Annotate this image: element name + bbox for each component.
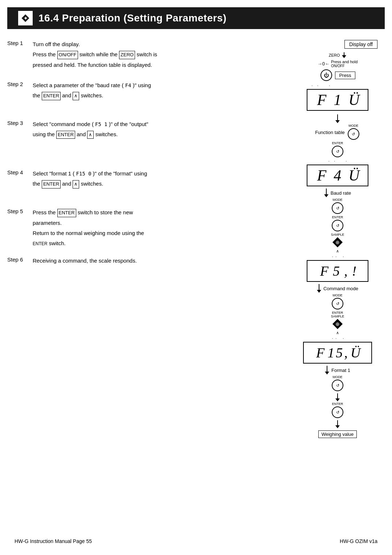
enter-kbd-2: ENTER [42,92,61,100]
step-6-line-1: Receiving a command, the scale responds. [33,256,279,265]
step-1-line-3: pressed and held. The function table is … [33,61,279,69]
mode-btn-4[interactable]: ↺ [332,380,343,391]
enter-label-2: ENTER [332,215,343,219]
page-footer: HW-G Instruction Manual Page 55 HW-G OZI… [0,538,392,544]
step-5-line-2: parameters. [33,219,279,227]
footer-right: HW-G OZIM v1a [340,538,377,544]
onoff-label: ON/OFF [331,64,345,68]
step-1-row: Step 1 Turn off the display. Press the O… [7,40,279,71]
up-kbd-2: ∧ [73,92,79,100]
display-off-label: Display off [344,40,377,49]
step-5-row: Step 5 Press the ENTER switch to store t… [7,208,279,249]
sample-label-2: SAMPLE [331,233,344,236]
power-icon: ⏻ [320,69,332,81]
mode-label-4: MODE [333,375,343,379]
step-1-line-1: Turn off the display. [33,40,279,49]
enter-kbd-4: ENTER [42,180,61,189]
up-kbd-3: ∧ [87,131,94,139]
mode-label-2: MODE [333,198,343,202]
step-4-content: Select "format 1 ( F15 0 )" of the "form… [33,169,279,190]
step-3-label: Step 3 [7,120,33,126]
step-4-line-1: Select "format 1 ( F15 0 )" of the "form… [33,169,279,178]
arrow-to-weighing [335,420,340,428]
step-3-line-2: using the ENTER and ∧ switches. [33,130,279,139]
step-6-content: Receiving a command, the scale responds. [33,256,279,267]
diag-section-1: Display off ZERO →0← Press and hold ON [290,40,385,159]
enter-btn-1[interactable]: ↺ [332,146,343,157]
step-2-line-1: Select a parameter of the "baud rate ( F… [33,81,279,90]
enter-sample-label-3: ENTERSAMPLE [331,311,344,318]
diag-section-2: '' ' F 4 Ü Baud rate MODE ↺ ENTE [290,160,385,254]
mode-btn-3[interactable]: ↺ [332,298,343,309]
footer-left: HW-G Instruction Manual Page 55 [15,538,92,544]
arrow-to-enter [335,393,340,401]
arrow-to-cmd [317,284,321,293]
svg-text:✦: ✦ [24,16,28,21]
step-4-line-2: the ENTER and ∧ switches. [33,179,279,189]
lcd-display-2: F 4 Ü [307,165,368,186]
step-5-label: Step 5 [7,208,33,214]
arrow-to-format [325,366,329,374]
step-3-line-1: Select "command mode ( F5 1 )" of the "o… [33,120,279,129]
up-kbd-4: ∧ [73,180,79,189]
lcd-display-3: F 5 , ! [307,260,368,282]
step-2-label: Step 2 [7,81,33,87]
press-hold-label: Press and hold [331,60,358,64]
arrow-1 [342,52,346,58]
step-5-content: Press the ENTER switch to store the new … [33,208,279,249]
mode-btn-2[interactable]: ↺ [332,202,343,214]
mode-btn-1[interactable]: ↺ [348,128,359,140]
mode-label-3: MODE [333,293,343,297]
enter-label-4: ENTER [332,402,343,406]
arrow-to-baud [324,189,328,197]
step-6-label: Step 6 [7,256,33,263]
enter-btn-4[interactable]: ↺ [332,406,343,418]
enter-label-1: ENTER [332,141,343,145]
diag-section-4: '' ' F 15, Ü Format 1 MODE ↺ [290,337,385,438]
enter-kbd-3: ENTER [56,131,75,139]
step-2-line-2: the ENTER and ∧ switches. [33,91,279,100]
page-title: 16.4 Preparation (Setting Parameters) [38,12,226,24]
arrow-to-function [335,114,340,123]
enter-btn-2[interactable]: ↺ [332,220,343,231]
lcd-display-1: F 1 Ü [307,89,368,111]
weighing-value-label: Weighing value [318,430,357,438]
diagram-column: Display off ZERO →0← Press and hold ON [290,40,385,439]
diag-section-3: '' ' F 5 , ! Command mode MODE ↺ [290,256,385,336]
step-2-row: Step 2 Select a parameter of the "baud r… [7,81,279,102]
enter-kbd-5: ENTER [57,209,76,217]
zero-text: ZERO [329,53,340,57]
header-icon: ✦ [18,11,33,25]
sample-btn-3[interactable]: ⊕ [332,319,343,329]
steps-column: Step 1 Turn off the display. Press the O… [7,40,290,439]
format1-label: Format 1 [331,368,350,373]
step-4-row: Step 4 Select "format 1 ( F15 0 )" of th… [7,169,279,190]
main-content: Step 1 Turn off the display. Press the O… [0,29,392,447]
zero-kbd: ZERO [119,51,135,59]
command-mode-label: Command mode [323,286,358,291]
sample-btn-2[interactable]: ⊕ [332,237,343,247]
function-table-label: Function table [315,130,345,135]
onoff-kbd: ON/OFF [57,51,78,59]
baud-rate-label: Baud rate [331,190,351,196]
mode-label-1: MODE [348,124,358,127]
press-label: Press [335,72,355,79]
arrow-right-sym: →0← [318,61,330,66]
page-header: ✦ 16.4 Preparation (Setting Parameters) [7,7,385,29]
step-3-row: Step 3 Select "command mode ( F5 1 )" of… [7,120,279,141]
step-2-content: Select a parameter of the "baud rate ( F… [33,81,279,102]
step-5-line-4: ENTER switch. [33,239,279,248]
step-5-line-1: Press the ENTER switch to store the new [33,208,279,217]
step-1-content: Turn off the display. Press the ON/OFF s… [33,40,279,71]
step-1-line-2: Press the ON/OFF switch while the ZERO s… [33,50,279,59]
step-3-content: Select "command mode ( F5 1 )" of the "o… [33,120,279,141]
step-1-label: Step 1 [7,40,33,46]
step-5-line-3: Return to the normal weighing mode using… [33,229,279,238]
step-4-label: Step 4 [7,169,33,175]
step-6-row: Step 6 Receiving a command, the scale re… [7,256,279,267]
lcd-display-4: F 15, Ü [303,342,372,364]
